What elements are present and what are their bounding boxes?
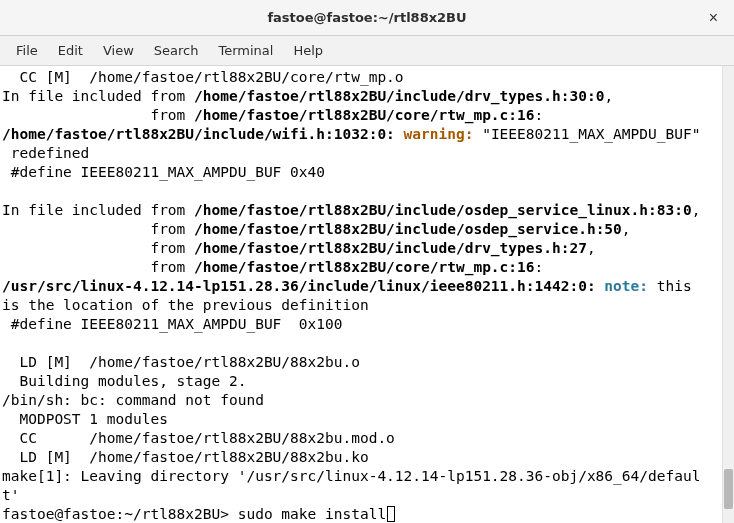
output-line: In file included from — [2, 88, 194, 104]
output-line: from — [2, 221, 194, 237]
output-line: #define IEEE80211_MAX_AMPDU_BUF 0x40 — [2, 164, 325, 180]
window-title: fastoe@fastoe:~/rtl88x2BU — [267, 10, 466, 25]
menu-search[interactable]: Search — [144, 39, 209, 62]
output-line: CC [M] /home/fastoe/rtl88x2BU/core/rtw_m… — [2, 69, 404, 85]
output-text — [395, 126, 404, 142]
file-path: /home/fastoe/rtl88x2BU/include/drv_types… — [194, 88, 604, 104]
terminal-output[interactable]: CC [M] /home/fastoe/rtl88x2BU/core/rtw_m… — [0, 66, 722, 523]
output-line: LD [M] /home/fastoe/rtl88x2BU/88x2bu.ko — [2, 449, 369, 465]
file-path: /home/fastoe/rtl88x2BU/include/wifi.h:10… — [2, 126, 395, 142]
menu-file[interactable]: File — [6, 39, 48, 62]
menu-terminal[interactable]: Terminal — [208, 39, 283, 62]
menu-help[interactable]: Help — [283, 39, 333, 62]
output-text: , — [692, 202, 701, 218]
scroll-thumb[interactable] — [724, 469, 733, 509]
menu-view[interactable]: View — [93, 39, 144, 62]
output-line: t' — [2, 487, 19, 503]
output-line: MODPOST 1 modules — [2, 411, 168, 427]
output-line: from — [2, 240, 194, 256]
output-line: CC /home/fastoe/rtl88x2BU/88x2bu.mod.o — [2, 430, 395, 446]
output-line: LD [M] /home/fastoe/rtl88x2BU/88x2bu.o — [2, 354, 360, 370]
close-icon[interactable]: × — [703, 7, 724, 29]
file-path: /home/fastoe/rtl88x2BU/include/osdep_ser… — [194, 202, 692, 218]
output-line: /bin/sh: bc: command not found — [2, 392, 264, 408]
scrollbar[interactable] — [722, 66, 734, 523]
menu-edit[interactable]: Edit — [48, 39, 93, 62]
output-text: , — [604, 88, 613, 104]
menubar: File Edit View Search Terminal Help — [0, 36, 734, 66]
file-path: /home/fastoe/rtl88x2BU/core/rtw_mp.c:16 — [194, 259, 534, 275]
shell-prompt: fastoe@fastoe:~/rtl88x2BU> — [2, 506, 229, 522]
output-line: In file included from — [2, 202, 194, 218]
output-line: redefined — [2, 145, 89, 161]
file-path: /home/fastoe/rtl88x2BU/core/rtw_mp.c:16 — [194, 107, 534, 123]
output-line: Building modules, stage 2. — [2, 373, 246, 389]
output-text: : — [535, 259, 544, 275]
output-line: from — [2, 259, 194, 275]
output-line: #define IEEE80211_MAX_AMPDU_BUF 0x100 — [2, 316, 342, 332]
warning-label: warning: — [404, 126, 474, 142]
output-text: , — [622, 221, 631, 237]
file-path: /usr/src/linux-4.12.14-lp151.28.36/inclu… — [2, 278, 596, 294]
output-text: this — [648, 278, 692, 294]
shell-command: sudo make install — [229, 506, 386, 522]
output-line: make[1]: Leaving directory '/usr/src/lin… — [2, 468, 700, 484]
window-titlebar: fastoe@fastoe:~/rtl88x2BU × — [0, 0, 734, 36]
note-label: note: — [604, 278, 648, 294]
terminal-area: CC [M] /home/fastoe/rtl88x2BU/core/rtw_m… — [0, 66, 734, 523]
output-text: , — [587, 240, 596, 256]
output-line: is the location of the previous definiti… — [2, 297, 369, 313]
output-line: from — [2, 107, 194, 123]
cursor-icon — [387, 506, 395, 522]
file-path: /home/fastoe/rtl88x2BU/include/drv_types… — [194, 240, 587, 256]
output-text: : — [535, 107, 544, 123]
output-text: "IEEE80211_MAX_AMPDU_BUF" — [473, 126, 700, 142]
file-path: /home/fastoe/rtl88x2BU/include/osdep_ser… — [194, 221, 622, 237]
